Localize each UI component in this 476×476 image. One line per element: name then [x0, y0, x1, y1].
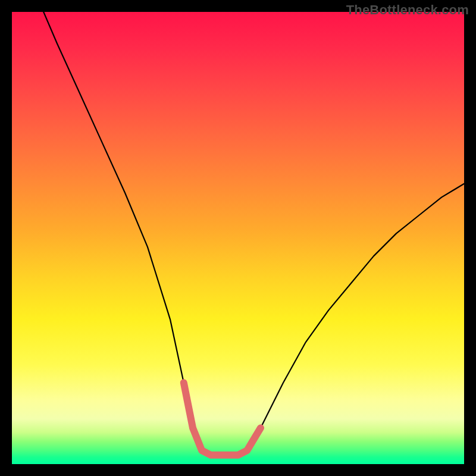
chart-svg [12, 12, 464, 464]
flat-bottom-highlight [184, 383, 261, 455]
bottleneck-curve [43, 12, 464, 455]
chart-frame: TheBottleneck.com [0, 0, 476, 476]
watermark-text: TheBottleneck.com [346, 2, 469, 18]
